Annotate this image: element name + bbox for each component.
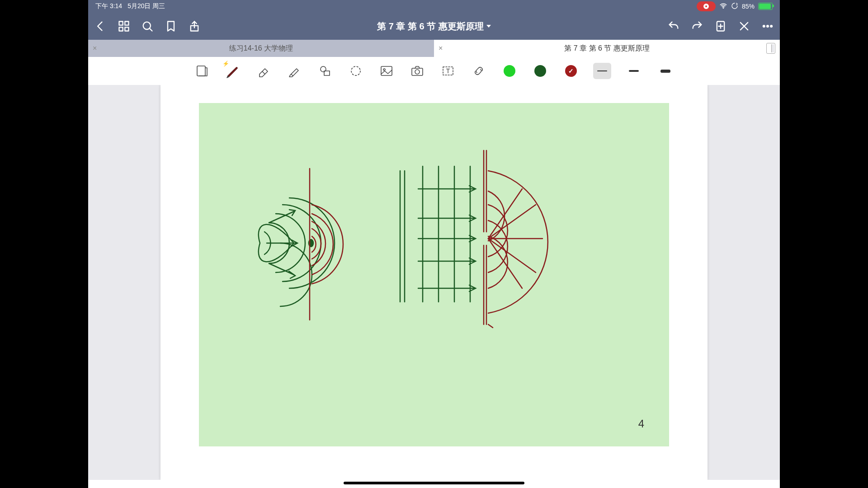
stroke-thick[interactable] [656, 63, 675, 79]
highlighter-tool[interactable] [286, 62, 303, 80]
svg-point-13 [763, 25, 765, 27]
stroke-preview [597, 70, 607, 71]
color-dark-green[interactable] [532, 62, 549, 80]
handwriting-drawing [199, 103, 669, 446]
tab-label: 第 7 章 第 6 节 惠更斯原理 [564, 44, 649, 53]
chevron-down-icon [486, 25, 491, 28]
tab-huygens[interactable]: × 第 7 章 第 6 节 惠更斯原理 [434, 40, 780, 57]
link-tool[interactable] [470, 62, 487, 80]
svg-line-17 [262, 71, 265, 74]
eraser-tool[interactable] [255, 62, 272, 80]
document-title-dropdown[interactable]: 第 7 章 第 6 节 惠更斯原理 [377, 20, 491, 33]
orientation-lock-icon [731, 2, 738, 11]
undo-button[interactable] [667, 19, 680, 33]
camera-tool[interactable] [409, 62, 426, 80]
svg-text:T: T [446, 67, 450, 75]
svg-rect-16 [197, 66, 205, 76]
status-time: 下午 3:14 [95, 2, 122, 10]
screen-record-indicator[interactable] [697, 1, 716, 11]
read-mode-button[interactable] [193, 62, 211, 80]
svg-line-6 [150, 28, 152, 31]
tab-close-icon[interactable]: × [93, 44, 97, 52]
battery-percent: 85% [742, 3, 755, 10]
tab-close-icon[interactable]: × [439, 44, 443, 52]
share-button[interactable] [188, 19, 201, 33]
text-tool[interactable]: T [439, 62, 457, 80]
bookmark-button[interactable] [164, 19, 178, 33]
document-title: 第 7 章 第 6 节 惠更斯原理 [377, 20, 484, 33]
close-button[interactable] [737, 19, 751, 33]
battery-icon [758, 3, 773, 10]
add-page-button[interactable] [714, 19, 727, 33]
home-indicator[interactable] [344, 482, 524, 484]
shape-tool[interactable] [316, 62, 334, 80]
more-button[interactable] [761, 19, 774, 33]
bluetooth-icon: ⚡ [222, 61, 229, 67]
svg-point-20 [351, 66, 360, 75]
stroke-thin[interactable] [593, 63, 611, 79]
document-page[interactable]: 4 [160, 85, 708, 480]
swatch-icon [534, 65, 546, 77]
tab-label: 练习14-16 大学物理 [229, 44, 293, 53]
svg-point-24 [415, 70, 420, 74]
back-button[interactable] [94, 19, 107, 33]
stroke-medium[interactable] [625, 63, 643, 79]
svg-point-0 [723, 7, 724, 8]
color-dark-red[interactable] [562, 62, 580, 80]
app-nav-bar: 第 7 章 第 6 节 惠更斯原理 [88, 13, 780, 40]
svg-rect-2 [125, 22, 128, 25]
document-tabs: × 练习14-16 大学物理 × 第 7 章 第 6 节 惠更斯原理 [88, 40, 780, 57]
wifi-icon [719, 2, 727, 11]
svg-point-15 [770, 25, 772, 27]
svg-rect-21 [381, 66, 392, 75]
stroke-preview [660, 70, 670, 73]
thumbnails-button[interactable] [117, 19, 131, 33]
status-date: 5月20日 周三 [127, 2, 165, 10]
stroke-preview [629, 70, 639, 72]
image-tool[interactable] [378, 62, 395, 80]
page-number: 4 [638, 418, 644, 430]
svg-rect-1 [119, 22, 123, 25]
canvas-area[interactable]: 4 [88, 85, 780, 480]
sidebar-toggle-icon[interactable] [766, 43, 775, 54]
drawing-toolbar: ⚡ T [88, 57, 780, 85]
lasso-tool[interactable] [347, 62, 364, 80]
svg-rect-3 [119, 27, 123, 31]
search-button[interactable] [141, 19, 154, 33]
svg-point-14 [767, 25, 769, 27]
svg-rect-4 [125, 27, 128, 31]
svg-point-22 [383, 69, 385, 70]
status-bar: 下午 3:14 5月20日 周三 85% [88, 0, 780, 13]
slide-background: 4 [199, 103, 669, 446]
tab-exercise[interactable]: × 练习14-16 大学物理 [88, 40, 434, 57]
swatch-icon [565, 65, 577, 77]
color-bright-green[interactable] [501, 62, 518, 80]
swatch-icon [504, 65, 515, 77]
pen-tool[interactable]: ⚡ [224, 62, 241, 80]
redo-button[interactable] [690, 19, 704, 33]
